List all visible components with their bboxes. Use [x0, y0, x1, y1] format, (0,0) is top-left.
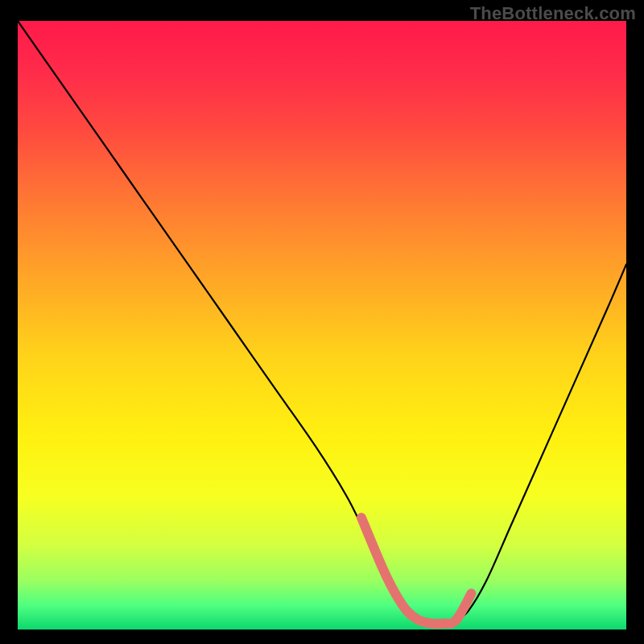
chart-stage: TheBottleneck.com — [0, 0, 644, 644]
gradient-background — [18, 21, 626, 630]
watermark-text: TheBottleneck.com — [470, 3, 636, 24]
bottleneck-chart — [18, 21, 626, 630]
plot-area — [18, 21, 626, 630]
